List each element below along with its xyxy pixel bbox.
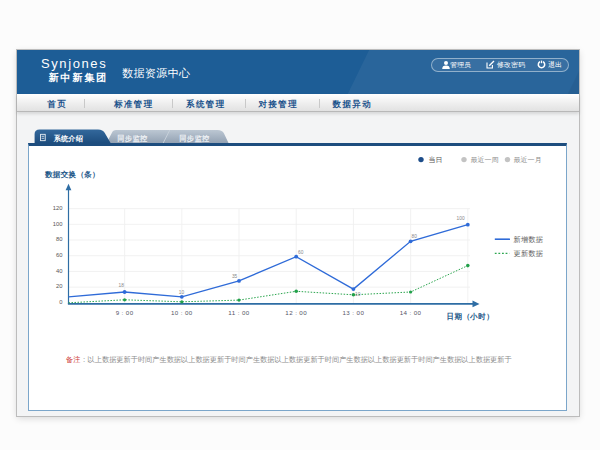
svg-text:9 : 00: 9 : 00 — [116, 309, 134, 316]
svg-text:11 : 00: 11 : 00 — [228, 309, 249, 316]
svg-text:14 : 00: 14 : 00 — [400, 309, 422, 316]
svg-text:100: 100 — [53, 220, 63, 226]
svg-text:最近一月: 最近一月 — [514, 156, 542, 164]
svg-text:18: 18 — [119, 283, 125, 288]
svg-text:0: 0 — [59, 298, 62, 304]
svg-text:数据交换（条）: 数据交换（条） — [44, 170, 100, 179]
svg-text:13 : 00: 13 : 00 — [343, 309, 365, 316]
svg-text:80: 80 — [56, 236, 62, 242]
svg-text:60: 60 — [56, 252, 62, 258]
svg-text:10: 10 — [355, 292, 361, 297]
svg-text:60: 60 — [298, 250, 304, 255]
svg-text:20: 20 — [56, 283, 62, 289]
svg-text:新增数据: 新增数据 — [514, 235, 544, 244]
svg-text:当日: 当日 — [429, 156, 443, 164]
svg-text:120: 120 — [53, 205, 63, 211]
svg-text:10: 10 — [179, 289, 185, 294]
svg-text:最近一周: 最近一周 — [471, 156, 499, 163]
svg-text:40: 40 — [56, 267, 62, 273]
svg-text:同步监控: 同步监控 — [118, 134, 148, 143]
svg-text:10 : 00: 10 : 00 — [171, 309, 193, 316]
svg-text:日期（小时）: 日期（小时） — [447, 312, 495, 321]
svg-text:100: 100 — [457, 216, 465, 221]
svg-text:35: 35 — [232, 274, 238, 279]
svg-text:12 : 00: 12 : 00 — [285, 309, 307, 316]
svg-text:系统介绍: 系统介绍 — [53, 134, 83, 143]
svg-text:80: 80 — [412, 234, 418, 239]
svg-text:更新数据: 更新数据 — [514, 249, 544, 258]
svg-text:同步监控: 同步监控 — [180, 134, 210, 143]
